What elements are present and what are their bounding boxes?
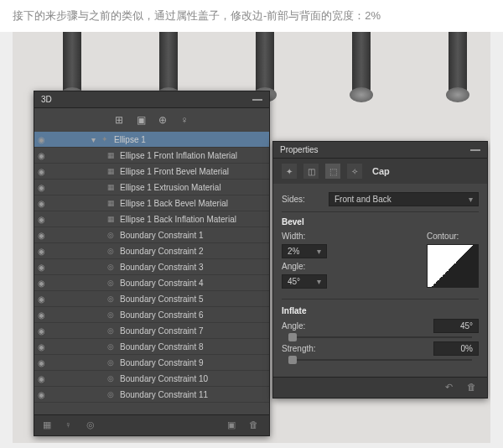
visibility-icon[interactable]: ◉	[38, 358, 49, 367]
tree-row[interactable]: ◉◎Boundary Constraint 5	[34, 291, 269, 307]
tree-row[interactable]: ◉◎Boundary Constraint 7	[34, 323, 269, 339]
visibility-icon[interactable]: ◉	[38, 390, 49, 399]
visibility-icon[interactable]: ◉	[38, 279, 49, 288]
tree-row[interactable]: ◉▾ ✦Ellipse 1	[34, 132, 269, 148]
tab-label: Cap	[372, 166, 390, 176]
layer-tree: ◉▾ ✦Ellipse 1◉▦Ellipse 1 Front Inflation…	[34, 132, 269, 403]
width-input[interactable]: 2%	[282, 244, 327, 258]
trash-icon[interactable]: 🗑	[467, 382, 479, 393]
tree-row[interactable]: ◉▦Ellipse 1 Back Inflation Material	[34, 211, 269, 227]
tree-row[interactable]: ◉◎Boundary Constraint 11	[34, 387, 269, 403]
panel-3d: 3D ⊞ ▣ ⊕ ♀ ◉▾ ✦Ellipse 1◉▦Ellipse 1 Fron…	[34, 91, 270, 436]
sides-dropdown[interactable]: Front and Back	[329, 192, 479, 206]
tree-item-label: Boundary Constraint 10	[120, 374, 266, 383]
visibility-icon[interactable]: ◉	[38, 167, 49, 176]
render-icon[interactable]: ▦	[43, 419, 54, 431]
trash-icon[interactable]: 🗑	[249, 419, 261, 431]
filter-icon[interactable]: ⊞	[112, 113, 126, 127]
tree-item-label: Boundary Constraint 4	[120, 279, 266, 288]
mat-icon: ▦	[105, 213, 117, 225]
tree-row[interactable]: ◉◎Boundary Constraint 10	[34, 371, 269, 387]
mat-icon: ▦	[105, 197, 117, 209]
strength-slider[interactable]	[288, 359, 472, 361]
tree-row[interactable]: ◉◎Boundary Constraint 3	[34, 259, 269, 275]
tab-cap[interactable]: ⬚	[325, 164, 340, 179]
panel-menu-icon[interactable]	[470, 148, 480, 152]
tree-row[interactable]: ◉▦Ellipse 1 Front Bevel Material	[34, 164, 269, 180]
angle-input[interactable]: 45°	[282, 274, 327, 289]
panel-3d-toolbar: ⊞ ▣ ⊕ ♀	[34, 108, 269, 132]
tree-row[interactable]: ◉◎Boundary Constraint 1	[34, 227, 269, 243]
panel-props-header[interactable]: Properties	[273, 142, 487, 159]
tree-item-label: Boundary Constraint 7	[120, 326, 266, 336]
tree-item-label: Boundary Constraint 3	[120, 263, 266, 272]
tree-row[interactable]: ◉▦Ellipse 1 Back Bevel Material	[34, 195, 269, 211]
con-icon: ◎	[105, 277, 117, 289]
reset-icon[interactable]: ↶	[445, 382, 457, 393]
visibility-icon[interactable]: ◉	[38, 326, 49, 336]
tree-item-label: Ellipse 1 Front Inflation Material	[120, 151, 266, 160]
visibility-icon[interactable]: ◉	[38, 263, 49, 272]
tree-row[interactable]: ◉◎Boundary Constraint 4	[34, 275, 269, 291]
visibility-icon[interactable]: ◉	[38, 215, 49, 224]
panel-menu-icon[interactable]	[252, 98, 262, 102]
panel-props-title: Properties	[280, 145, 319, 154]
tab-coords[interactable]: ✧	[347, 164, 362, 179]
tree-item-label: Ellipse 1 Front Bevel Material	[120, 167, 266, 176]
con-icon: ◎	[105, 388, 117, 400]
tree-item-label: Ellipse 1	[114, 135, 266, 144]
con-icon: ◎	[105, 229, 117, 241]
contour-label: Contour:	[427, 232, 469, 241]
con-icon: ◎	[105, 261, 117, 273]
tree-item-label: Boundary Constraint 5	[120, 294, 266, 304]
tree-item-label: Ellipse 1 Back Inflation Material	[120, 215, 266, 224]
filter2-icon[interactable]: ▣	[134, 113, 148, 127]
visibility-icon[interactable]: ◉	[38, 135, 49, 144]
tree-item-label: Boundary Constraint 8	[120, 342, 266, 352]
visibility-icon[interactable]: ◉	[38, 294, 49, 304]
tree-row[interactable]: ◉▦Ellipse 1 Extrusion Material	[34, 180, 269, 195]
visibility-icon[interactable]: ◉	[38, 183, 49, 192]
panel-3d-header[interactable]: 3D	[34, 91, 269, 108]
new-icon[interactable]: ▣	[227, 419, 239, 431]
canvas-area: 3D ⊞ ▣ ⊕ ♀ ◉▾ ✦Ellipse 1◉▦Ellipse 1 Fron…	[13, 32, 490, 443]
width-label: Width:	[282, 232, 324, 241]
con-icon: ◎	[105, 309, 117, 320]
inflate-section-label: Inflate	[282, 306, 479, 315]
tree-item-label: Ellipse 1 Extrusion Material	[120, 183, 266, 192]
angle-label: Angle:	[282, 262, 324, 271]
con-icon: ◎	[105, 341, 117, 352]
tree-row[interactable]: ◉◎Boundary Constraint 8	[34, 339, 269, 355]
con-icon: ◎	[105, 293, 117, 305]
tree-row[interactable]: ◉◎Boundary Constraint 6	[34, 307, 269, 323]
light-icon[interactable]: ♀	[178, 113, 191, 127]
panel-properties: Properties ✦ ◫ ⬚ ✧ Cap Sides: Front and …	[272, 141, 488, 399]
sides-label: Sides:	[282, 195, 324, 204]
inflate-angle-slider[interactable]	[288, 336, 472, 338]
visibility-icon[interactable]: ◉	[38, 310, 49, 320]
tab-deform[interactable]: ◫	[303, 164, 319, 179]
contour-picker[interactable]	[427, 244, 479, 288]
visibility-icon[interactable]: ◉	[38, 374, 49, 383]
visibility-icon[interactable]: ◉	[38, 231, 49, 240]
tab-mesh[interactable]: ✦	[282, 164, 297, 179]
tree-item-label: Boundary Constraint 9	[120, 358, 266, 367]
light2-icon[interactable]: ♀	[65, 419, 76, 431]
mat-icon: ▦	[105, 165, 117, 177]
poly-icon: ✦	[99, 133, 111, 145]
visibility-icon[interactable]: ◉	[38, 342, 49, 352]
strength-input[interactable]: 0%	[433, 341, 479, 356]
visibility-icon[interactable]: ◉	[38, 151, 49, 160]
tree-row[interactable]: ◉◎Boundary Constraint 2	[34, 243, 269, 259]
camera-icon[interactable]: ⊕	[156, 113, 169, 127]
tree-item-label: Boundary Constraint 1	[120, 231, 266, 240]
con-icon: ◎	[105, 325, 117, 336]
camera2-icon[interactable]: ◎	[86, 419, 98, 431]
con-icon: ◎	[105, 357, 117, 368]
inflate-angle-input[interactable]: 45°	[433, 319, 479, 333]
visibility-icon[interactable]: ◉	[38, 247, 49, 256]
visibility-icon[interactable]: ◉	[38, 199, 49, 208]
tree-item-label: Boundary Constraint 11	[120, 390, 266, 399]
tree-row[interactable]: ◉▦Ellipse 1 Front Inflation Material	[34, 148, 269, 164]
tree-row[interactable]: ◉◎Boundary Constraint 9	[34, 355, 269, 371]
